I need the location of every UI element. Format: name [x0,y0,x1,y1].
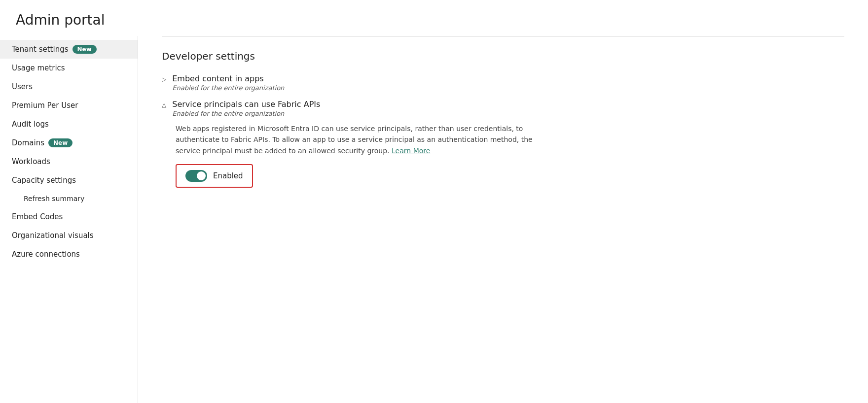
toggle-label-sp: Enabled [213,171,243,180]
setting-embed-content: ▷ Embed content in apps Enabled for the … [162,74,844,92]
sidebar: Tenant settingsNewUsage metricsUsersPrem… [0,36,138,403]
sidebar-item-label-capacity-settings: Capacity settings [12,176,76,185]
sidebar-item-refresh-summary[interactable]: Refresh summary [0,190,138,207]
content-area: Developer settings ▷ Embed content in ap… [138,36,868,403]
setting-header-embed: ▷ Embed content in apps Enabled for the … [162,74,844,92]
sidebar-item-audit-logs[interactable]: Audit logs [0,115,138,134]
sidebar-item-domains[interactable]: DomainsNew [0,134,138,152]
sidebar-item-label-usage-metrics: Usage metrics [12,64,65,72]
sidebar-item-label-tenant-settings: Tenant settings [12,45,69,54]
setting-title-group-embed: Embed content in apps Enabled for the en… [172,74,284,92]
setting-title-group-sp: Service principals can use Fabric APIs E… [172,100,320,117]
chevron-icon-embed[interactable]: ▷ [162,76,166,83]
page-title: Admin portal [0,0,868,36]
chevron-icon-sp[interactable]: △ [162,101,166,108]
page-wrapper: Admin portal Tenant settingsNewUsage met… [0,0,868,403]
sidebar-item-label-premium-per-user: Premium Per User [12,101,78,110]
sidebar-item-label-audit-logs: Audit logs [12,120,49,129]
sidebar-badge-tenant-settings: New [72,45,97,54]
sidebar-item-workloads[interactable]: Workloads [0,152,138,171]
sidebar-item-azure-connections[interactable]: Azure connections [0,245,138,264]
setting-title-sp: Service principals can use Fabric APIs [172,100,320,109]
sidebar-item-capacity-settings[interactable]: Capacity settings [0,171,138,190]
sidebar-item-premium-per-user[interactable]: Premium Per User [0,96,138,115]
sidebar-item-label-workloads: Workloads [12,157,50,166]
setting-service-principals: △ Service principals can use Fabric APIs… [162,100,844,188]
section-title: Developer settings [162,50,844,62]
sidebar-item-label-domains: Domains [12,138,44,147]
sidebar-item-users[interactable]: Users [0,77,138,96]
sidebar-item-label-users: Users [12,82,33,91]
sidebar-item-usage-metrics[interactable]: Usage metrics [0,59,138,77]
toggle-thumb-sp [197,171,206,180]
sidebar-item-label-organizational-visuals: Organizational visuals [12,231,94,240]
top-divider [162,36,844,36]
setting-subtitle-sp: Enabled for the entire organization [172,110,320,117]
sidebar-item-label-refresh-summary: Refresh summary [24,195,84,202]
toggle-container-sp: Enabled [176,164,253,188]
setting-description-sp: Web apps registered in Microsoft Entra I… [176,123,550,156]
sidebar-item-organizational-visuals[interactable]: Organizational visuals [0,226,138,245]
toggle-track-sp[interactable] [185,170,207,182]
setting-header-sp: △ Service principals can use Fabric APIs… [162,100,844,117]
setting-title-embed: Embed content in apps [172,74,284,83]
setting-subtitle-embed: Enabled for the entire organization [172,84,284,92]
toggle-switch-sp[interactable] [185,170,207,182]
main-layout: Tenant settingsNewUsage metricsUsersPrem… [0,36,868,403]
sidebar-item-label-azure-connections: Azure connections [12,250,80,259]
sidebar-badge-domains: New [48,138,72,147]
sidebar-item-embed-codes[interactable]: Embed Codes [0,207,138,226]
learn-more-link[interactable]: Learn More [392,147,430,155]
sidebar-item-tenant-settings[interactable]: Tenant settingsNew [0,40,138,59]
sidebar-item-label-embed-codes: Embed Codes [12,212,63,221]
